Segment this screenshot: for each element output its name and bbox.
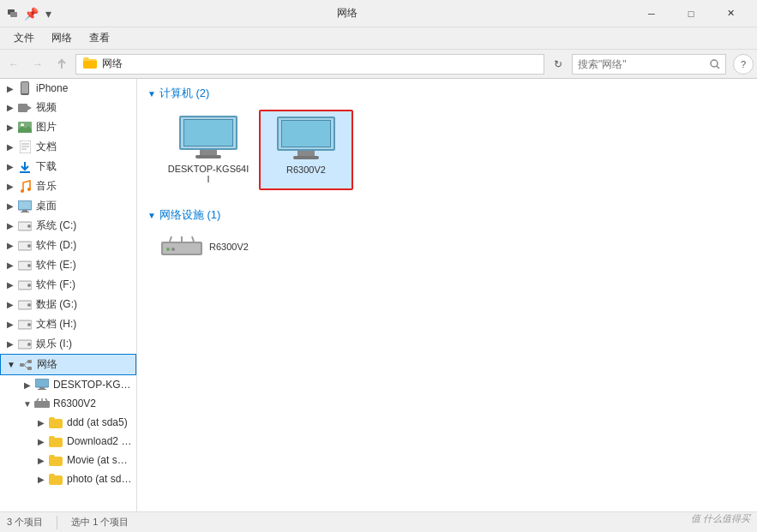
- network-icon: [18, 358, 33, 372]
- expand-arrow: ▶: [21, 380, 34, 390]
- svg-line-53: [45, 398, 47, 401]
- computer-icon-desktop: [177, 116, 239, 160]
- video-icon: [17, 101, 33, 115]
- sidebar-item-download2[interactable]: ▶ Download2 (a...: [0, 432, 136, 451]
- folder-icon-ddd: [48, 415, 63, 429]
- window-controls: ─ □ ✕: [632, 0, 750, 27]
- monitor-screen: [183, 119, 233, 146]
- sidebar-item-g-drive[interactable]: ▶ 数据 (G:): [0, 295, 136, 314]
- monitor-screen-r6300v2: [281, 120, 331, 147]
- selected-count: 选中 1 个项目: [71, 516, 129, 529]
- network-devices-section: ▼ 网络设施 (1) R6300V2: [147, 207, 747, 262]
- menu-network[interactable]: 网络: [45, 29, 79, 47]
- title-bar: 📌 ▾ 网络 ─ □ ✕: [0, 0, 757, 27]
- minimize-button[interactable]: ─: [632, 0, 671, 27]
- music-icon: [17, 180, 33, 194]
- sidebar-label-music: 音乐: [36, 179, 57, 194]
- sidebar-item-desktop-kgs[interactable]: ▶ DESKTOP-KGS...: [0, 375, 136, 394]
- computers-section-title: 计算机 (2): [159, 86, 210, 101]
- pin-icon: 📌: [24, 7, 38, 21]
- expand-arrow: ▶: [3, 142, 17, 152]
- toolbar-more[interactable]: ▾: [41, 7, 55, 21]
- drive-i-icon: [17, 338, 33, 351]
- svg-line-45: [24, 362, 27, 365]
- sidebar-item-i-drive[interactable]: ▶ 娱乐 (I:): [0, 334, 136, 354]
- svg-point-32: [27, 284, 31, 287]
- sidebar-item-music[interactable]: ▶ 音乐: [0, 176, 136, 196]
- sidebar-label-movie: Movie (at sda...: [67, 454, 133, 466]
- monitor-base-r6300v2: [293, 156, 319, 159]
- sidebar-item-d-drive[interactable]: ▶ 软件 (D:): [0, 236, 136, 255]
- router-icon-large: [161, 235, 202, 259]
- title-bar-icons: 📌 ▾: [7, 7, 55, 21]
- svg-line-3: [717, 66, 719, 69]
- sidebar-item-desktop[interactable]: ▶ 桌面: [0, 196, 136, 216]
- sidebar-item-video[interactable]: ▶ 视频: [0, 98, 136, 117]
- item-count: 3 个项目: [7, 516, 43, 529]
- search-input[interactable]: [578, 58, 706, 70]
- forward-button[interactable]: →: [27, 54, 48, 75]
- sidebar-item-images[interactable]: ▶ 图片: [0, 117, 136, 137]
- close-button[interactable]: ✕: [711, 0, 750, 27]
- svg-point-38: [27, 323, 31, 326]
- sidebar-label-docs: 文档: [36, 140, 57, 154]
- sidebar-item-photo[interactable]: ▶ photo (at sda...: [0, 469, 136, 488]
- help-button[interactable]: ?: [733, 54, 754, 75]
- router-sidebar-icon: [34, 397, 50, 410]
- menu-view[interactable]: 查看: [82, 29, 117, 47]
- svg-point-15: [21, 189, 24, 193]
- svg-line-51: [37, 398, 39, 401]
- drive-e-icon: [17, 259, 33, 272]
- svg-rect-20: [21, 212, 29, 212]
- drive-f-icon: [17, 278, 33, 292]
- menu-file[interactable]: 文件: [7, 29, 41, 47]
- address-folder-icon: [83, 57, 97, 71]
- expand-arrow: ▶: [3, 260, 17, 270]
- sidebar-label-desktop-kgs: DESKTOP-KGS...: [53, 379, 133, 391]
- drive-c-icon: [17, 219, 33, 233]
- file-item-r6300v2[interactable]: R6300V2: [259, 110, 353, 190]
- file-item-desktop-kgs64[interactable]: DESKTOP-KGS64II: [161, 110, 255, 190]
- drive-d-icon: [17, 239, 33, 253]
- svg-point-59: [166, 248, 170, 251]
- status-separator: [57, 516, 57, 529]
- refresh-button[interactable]: ↻: [548, 54, 568, 75]
- sidebar-item-network[interactable]: ▼ 网络: [0, 354, 136, 375]
- address-box[interactable]: 网络: [75, 54, 544, 75]
- monitor-body: [179, 116, 237, 150]
- folder-icon-movie: [48, 453, 63, 467]
- expand-arrow: ▶: [3, 280, 17, 290]
- svg-point-26: [27, 244, 31, 248]
- iphone-icon: [17, 81, 33, 95]
- network-device-r6300v2[interactable]: R6300V2: [147, 231, 747, 262]
- restore-button[interactable]: □: [671, 0, 711, 27]
- file-label-desktop-kgs64: DESKTOP-KGS64II: [167, 164, 249, 184]
- sidebar-item-f-drive[interactable]: ▶ 软件 (F:): [0, 275, 136, 295]
- sidebar: ▶ iPhone ▶ 视频 ▶ 图片 ▶: [0, 79, 137, 511]
- svg-rect-50: [34, 401, 50, 408]
- search-box[interactable]: [572, 54, 726, 75]
- sidebar-item-download[interactable]: ▶ 下载: [0, 157, 136, 176]
- image-icon: [17, 121, 33, 134]
- sidebar-label-download2: Download2 (a...: [67, 435, 133, 447]
- up-button[interactable]: [51, 54, 72, 75]
- sidebar-item-r6300v2[interactable]: ▼ R6300V2: [0, 394, 136, 413]
- sidebar-item-movie[interactable]: ▶ Movie (at sda...: [0, 451, 136, 469]
- sidebar-item-docs[interactable]: ▶ 文档: [0, 137, 136, 157]
- sidebar-item-e-drive[interactable]: ▶ 软件 (E:): [0, 255, 136, 275]
- svg-point-23: [27, 224, 31, 228]
- svg-rect-18: [19, 201, 31, 209]
- sidebar-item-c-drive[interactable]: ▶ 系统 (C:): [0, 216, 136, 236]
- expand-arrow: ▶: [3, 123, 17, 132]
- sidebar-item-ddd[interactable]: ▶ ddd (at sda5): [0, 413, 136, 432]
- back-button[interactable]: ←: [3, 54, 24, 75]
- window-icon: [7, 7, 21, 21]
- svg-rect-43: [27, 360, 32, 363]
- svg-point-60: [171, 248, 175, 251]
- sidebar-item-h-drive[interactable]: ▶ 文档 (H:): [0, 314, 136, 334]
- svg-rect-42: [20, 363, 24, 367]
- sidebar-item-iphone[interactable]: ▶ iPhone: [0, 79, 136, 98]
- download-icon: [17, 160, 33, 174]
- expand-arrow: ▶: [34, 437, 48, 446]
- sidebar-label-photo: photo (at sda...: [67, 473, 133, 485]
